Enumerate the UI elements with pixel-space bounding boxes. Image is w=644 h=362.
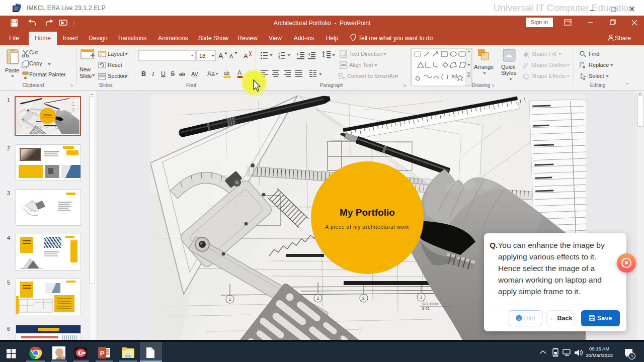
- svg-text:Format Painter: Format Painter: [29, 71, 66, 77]
- svg-text:Copy: Copy: [29, 60, 42, 66]
- svg-text:Section: Section: [108, 73, 126, 79]
- svg-text:▼: ▼: [234, 51, 238, 55]
- svg-text:3: 3: [278, 57, 280, 60]
- svg-text:Arrange: Arrange: [474, 64, 494, 70]
- svg-text:Cut: Cut: [29, 49, 38, 55]
- svg-text:Shape Fill: Shape Fill: [531, 51, 556, 57]
- svg-text:A: A: [229, 53, 233, 59]
- svg-text:S: S: [171, 70, 175, 77]
- svg-text:P: P: [100, 349, 105, 357]
- svg-text:Text Direction: Text Direction: [349, 51, 383, 57]
- svg-text:Convert to SmartArt: Convert to SmartArt: [347, 73, 396, 79]
- svg-text:U: U: [161, 70, 166, 77]
- svg-text:⋮: ⋮: [72, 21, 74, 26]
- svg-text:Styles: Styles: [501, 70, 516, 76]
- svg-text:ab: ab: [224, 70, 230, 76]
- svg-text:ab: ab: [179, 71, 185, 77]
- svg-text:Find: Find: [589, 51, 599, 57]
- svg-text:Slide: Slide: [79, 73, 92, 79]
- svg-text:Select: Select: [589, 73, 604, 79]
- svg-text:18: 18: [199, 53, 205, 59]
- svg-text:Shape Effects: Shape Effects: [531, 73, 566, 79]
- svg-text:Layout: Layout: [108, 51, 124, 57]
- svg-text:Align Text: Align Text: [349, 62, 373, 68]
- svg-text:B: B: [141, 70, 146, 77]
- svg-text:▲: ▲: [224, 51, 228, 55]
- svg-text:Paste: Paste: [5, 67, 19, 73]
- svg-text:I: I: [151, 70, 154, 77]
- svg-text:A: A: [244, 52, 248, 60]
- svg-text:Aa: Aa: [207, 70, 215, 77]
- svg-text:Quick: Quick: [501, 64, 516, 70]
- svg-text:A: A: [218, 52, 223, 60]
- svg-text:Shape Outline: Shape Outline: [531, 62, 567, 68]
- svg-text:New: New: [79, 66, 91, 72]
- svg-text:Replace: Replace: [589, 62, 609, 68]
- svg-text:Reset: Reset: [108, 62, 122, 68]
- svg-text:AV: AV: [191, 71, 199, 77]
